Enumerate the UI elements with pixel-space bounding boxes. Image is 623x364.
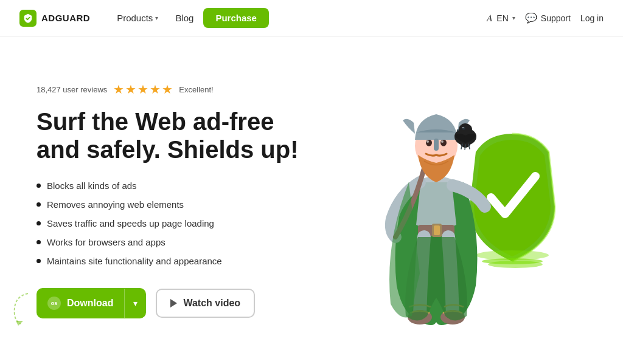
chevron-down-icon: ▾ <box>133 298 137 308</box>
blog-link[interactable]: Blog <box>168 8 201 28</box>
star-5: ★ <box>162 82 173 97</box>
star-1: ★ <box>113 82 124 97</box>
hero-illustration <box>329 49 586 352</box>
products-label: Products <box>117 13 153 23</box>
os-label: os <box>51 300 58 306</box>
watch-video-label: Watch video <box>183 298 240 309</box>
login-button[interactable]: Log in <box>580 13 604 23</box>
download-label: Download <box>67 298 113 309</box>
svg-point-19 <box>462 127 464 128</box>
svg-point-12 <box>440 139 447 146</box>
decorative-arrow <box>10 290 37 329</box>
features-list: Blocks all kinds of ads Removes annoying… <box>37 180 329 266</box>
support-icon: 💬 <box>525 12 537 24</box>
logo-icon <box>19 10 37 27</box>
products-menu[interactable]: Products ▾ <box>110 8 165 28</box>
download-dropdown-button[interactable]: ▾ <box>125 298 146 308</box>
hero-section: 18,427 user reviews ★ ★ ★ ★ ★ Excellent!… <box>0 36 623 364</box>
nav-right: 𝐴 EN ▾ 💬 Support Log in <box>487 12 604 24</box>
purchase-label: Purchase <box>215 13 257 23</box>
logo[interactable]: ADGUARD <box>19 10 90 27</box>
blog-label: Blog <box>175 13 193 23</box>
reviews-label: Excellent! <box>179 85 213 94</box>
star-4: ★ <box>150 82 161 97</box>
list-item: Blocks all kinds of ads <box>37 180 329 191</box>
headline-line2: and safely. Shields up! <box>37 136 298 163</box>
list-item: Works for browsers and apps <box>37 237 329 247</box>
svg-rect-6 <box>434 225 440 235</box>
products-chevron-icon: ▾ <box>155 15 158 21</box>
purchase-button[interactable]: Purchase <box>203 8 269 28</box>
play-icon <box>170 299 177 307</box>
bullet-icon <box>37 221 41 225</box>
bullet-icon <box>37 202 41 207</box>
list-item: Removes annoying web elements <box>37 199 329 210</box>
svg-point-13 <box>426 140 429 143</box>
download-main-button[interactable]: os Download <box>37 288 124 318</box>
star-rating: ★ ★ ★ ★ ★ <box>113 82 173 97</box>
bullet-icon <box>37 240 41 244</box>
bullet-icon <box>37 184 41 188</box>
svg-point-20 <box>488 261 543 268</box>
headline-line1: Surf the Web ad-free <box>37 108 274 135</box>
star-3: ★ <box>137 82 148 97</box>
list-item: Maintains site functionality and appeara… <box>37 256 329 266</box>
star-2: ★ <box>125 82 136 97</box>
svg-point-17 <box>459 123 472 136</box>
support-label: Support <box>541 13 571 23</box>
lang-chevron-icon: ▾ <box>512 15 515 21</box>
logo-text: ADGUARD <box>41 13 90 23</box>
translate-icon: 𝐴 <box>487 13 493 24</box>
support-button[interactable]: 💬 Support <box>525 12 571 24</box>
svg-rect-15 <box>434 139 439 151</box>
svg-point-18 <box>462 126 465 129</box>
os-badge: os <box>47 297 61 310</box>
reviews-bar: 18,427 user reviews ★ ★ ★ ★ ★ Excellent! <box>37 82 329 97</box>
svg-point-11 <box>426 139 432 146</box>
download-button-group[interactable]: os Download ▾ <box>37 288 146 318</box>
language-selector[interactable]: 𝐴 EN ▾ <box>487 13 515 24</box>
viking-illustration <box>342 61 573 340</box>
navbar: ADGUARD Products ▾ Blog Purchase 𝐴 EN ▾ … <box>0 0 623 36</box>
lang-label: EN <box>496 13 508 23</box>
watch-video-button[interactable]: Watch video <box>156 289 255 318</box>
list-item: Saves traffic and speeds up page loading <box>37 218 329 228</box>
nav-links: Products ▾ Blog Purchase <box>110 8 487 28</box>
svg-marker-0 <box>16 321 23 326</box>
cta-buttons: os Download ▾ Watch video <box>37 288 329 318</box>
svg-point-14 <box>441 140 444 143</box>
hero-headline: Surf the Web ad-free and safely. Shields… <box>37 108 329 163</box>
login-label: Log in <box>580 13 604 23</box>
bullet-icon <box>37 259 41 263</box>
reviews-count: 18,427 user reviews <box>37 85 107 94</box>
hero-left: 18,427 user reviews ★ ★ ★ ★ ★ Excellent!… <box>37 82 329 318</box>
viking-container <box>342 61 573 340</box>
